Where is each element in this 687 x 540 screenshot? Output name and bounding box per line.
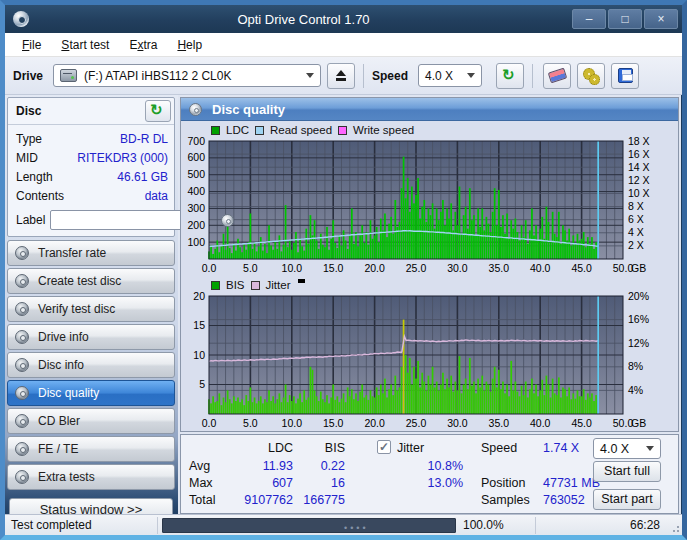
write-speed-legend-swatch	[338, 126, 347, 135]
settings-button[interactable]	[577, 63, 605, 89]
sidebar-item-disc-quality[interactable]: Disc quality	[7, 380, 175, 406]
sidebar-item-label: FE / TE	[38, 442, 78, 456]
ldc-legend-swatch	[211, 126, 220, 135]
sidebar-item-cd-bler[interactable]: CD Bler	[7, 408, 175, 434]
progress-percent: 100.0%	[463, 518, 504, 532]
svg-text:25.0: 25.0	[406, 262, 427, 274]
elapsed-time: 66:28	[630, 518, 660, 532]
samples-stat-value: 763052	[543, 493, 585, 507]
svg-text:8 X: 8 X	[628, 200, 644, 212]
svg-text:15.0: 15.0	[323, 417, 344, 429]
svg-text:14 X: 14 X	[628, 161, 650, 173]
total-bis-value: 166775	[297, 493, 345, 507]
speed-select-value: 4.0 X	[425, 69, 453, 83]
jitter-legend-swatch	[251, 281, 260, 290]
sidebar-item-label: Drive info	[38, 330, 89, 344]
app-window: Opti Drive Control 1.70 – □ × FileStart …	[0, 0, 687, 540]
status-text: Test completed	[11, 518, 92, 532]
avg-row-label: Avg	[189, 459, 210, 473]
minimize-button[interactable]: –	[572, 9, 606, 29]
drive-select[interactable]: (F:) ATAPI iHBS112 2 CL0K	[53, 64, 321, 87]
svg-text:200: 200	[187, 219, 205, 231]
test-speed-select[interactable]: 4.0 X	[593, 438, 661, 459]
max-ldc-value: 607	[219, 476, 293, 490]
eject-icon	[335, 70, 347, 81]
disc-icon	[15, 414, 29, 428]
bis-column-header: BIS	[297, 441, 345, 455]
chevron-down-icon	[467, 73, 475, 78]
svg-text:4%: 4%	[628, 384, 643, 396]
content-area: Disc quality LDCRead speedWrite speed 10…	[178, 95, 682, 514]
svg-text:15: 15	[193, 319, 205, 331]
refresh-icon	[150, 103, 166, 119]
status-bar: Test completed •••• 100.0% 66:28	[5, 514, 682, 535]
resize-grip[interactable]	[670, 523, 680, 533]
refresh-icon	[502, 68, 518, 84]
svg-text:700: 700	[187, 137, 205, 147]
drive-icon	[60, 69, 77, 82]
close-button[interactable]: ×	[644, 9, 678, 29]
total-ldc-value: 9107762	[219, 493, 293, 507]
start-full-button[interactable]: Start full	[593, 461, 661, 482]
save-button[interactable]	[611, 63, 639, 89]
chevron-down-icon	[646, 446, 654, 451]
disc-icon	[15, 470, 29, 484]
disc-icon	[15, 386, 29, 400]
speed-stat-value: 1.74 X	[543, 441, 579, 455]
menu-item-start-test[interactable]: Start test	[52, 35, 118, 55]
test-speed-value: 4.0 X	[600, 442, 629, 456]
svg-text:8%: 8%	[628, 360, 643, 372]
sidebar-item-transfer-rate[interactable]: Transfer rate	[7, 240, 175, 266]
svg-text:GB: GB	[631, 417, 646, 429]
sidebar-item-label: Extra tests	[38, 470, 95, 484]
disc-icon	[15, 442, 29, 456]
disc-icon	[15, 274, 29, 288]
refresh-button[interactable]	[496, 63, 524, 89]
read-speed-legend-label: Read speed	[270, 124, 332, 136]
disc-quality-panel: Disc quality LDCRead speedWrite speed 10…	[180, 97, 679, 432]
sidebar-item-create-test-disc[interactable]: Create test disc	[7, 268, 175, 294]
legend-max-marker	[298, 279, 305, 283]
maximize-button[interactable]: □	[608, 9, 642, 29]
toolbar: Drive (F:) ATAPI iHBS112 2 CL0K Speed 4.…	[5, 57, 682, 95]
svg-text:0.0: 0.0	[202, 417, 217, 429]
sidebar-item-fe-te[interactable]: FE / TE	[7, 436, 175, 462]
start-part-button[interactable]: Start part	[593, 489, 661, 510]
svg-text:20.0: 20.0	[364, 417, 385, 429]
svg-text:5: 5	[199, 378, 205, 390]
svg-text:10.0: 10.0	[282, 417, 303, 429]
svg-text:10 X: 10 X	[628, 187, 650, 199]
status-divider	[157, 517, 158, 534]
svg-text:0.0: 0.0	[202, 262, 217, 274]
svg-text:45.0: 45.0	[571, 417, 592, 429]
svg-text:40.0: 40.0	[530, 417, 551, 429]
svg-text:4 X: 4 X	[628, 226, 644, 238]
erase-disc-button[interactable]	[543, 63, 571, 89]
sidebar-item-drive-info[interactable]: Drive info	[7, 324, 175, 350]
speed-select[interactable]: 4.0 X	[418, 64, 482, 87]
menu-item-file[interactable]: File	[13, 35, 50, 55]
disc-icon	[15, 358, 29, 372]
disc-row-type: TypeBD-R DL	[16, 129, 168, 148]
avg-bis-value: 0.22	[297, 459, 345, 473]
sidebar-item-label: Disc quality	[38, 386, 99, 400]
label-field-label: Label	[16, 213, 45, 227]
bis-jitter-chart: 51015204%8%12%16%20%0.05.010.015.020.025…	[181, 292, 677, 431]
disc-row-mid: MIDRITEKDR3 (000)	[16, 148, 168, 167]
toolbar-separator	[532, 64, 533, 88]
position-stat-label: Position	[481, 476, 525, 490]
save-icon	[618, 68, 633, 83]
ldc-chart: 1002003004005006007002 X4 X6 X8 X10 X12 …	[181, 137, 677, 276]
menu-item-help[interactable]: Help	[168, 35, 211, 55]
eject-button[interactable]	[327, 63, 355, 89]
sidebar-item-extra-tests[interactable]: Extra tests	[7, 464, 175, 490]
svg-text:20: 20	[193, 292, 205, 302]
disc-refresh-button[interactable]	[145, 100, 171, 122]
svg-text:600: 600	[187, 151, 205, 163]
sidebar-item-disc-info[interactable]: Disc info	[7, 352, 175, 378]
cd-icon	[221, 214, 234, 227]
svg-text:5.0: 5.0	[243, 262, 258, 274]
sidebar-item-verify-test-disc[interactable]: Verify test disc	[7, 296, 175, 322]
menu-item-extra[interactable]: Extra	[120, 35, 166, 55]
jitter-checkbox[interactable]: ✓	[377, 440, 391, 454]
